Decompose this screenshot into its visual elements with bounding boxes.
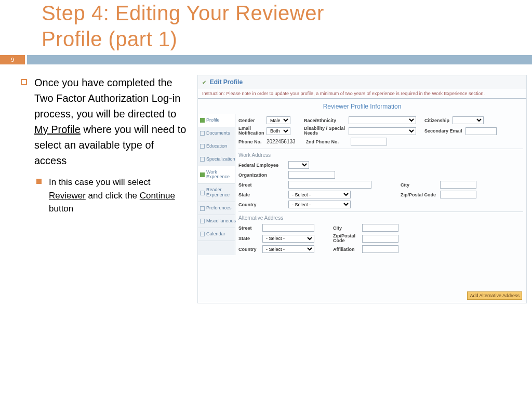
aa-zip-input[interactable] bbox=[362, 235, 398, 243]
phone2-label: 2nd Phone No. bbox=[306, 139, 348, 144]
sidebar-item-preferences[interactable]: Preferences bbox=[198, 202, 235, 215]
aa-street-label: Street bbox=[238, 225, 259, 231]
sidebar-item-profile[interactable]: Profile bbox=[198, 114, 235, 127]
disability-label: Disability / Special Needs bbox=[304, 126, 345, 136]
phone-value: 2022456133 bbox=[267, 139, 303, 144]
wa-state-label: State bbox=[238, 192, 285, 197]
add-alternative-address-button[interactable]: Add Alternative Address bbox=[467, 291, 522, 300]
bullet-1: Once you have completed the Two Factor A… bbox=[34, 75, 187, 168]
sidebar-item-specialization[interactable]: Specialization bbox=[198, 153, 235, 166]
wa-country-label: Country bbox=[238, 202, 285, 207]
sidebar-item-work-experience[interactable]: Work Experience bbox=[198, 166, 235, 184]
sidebar-item-documents[interactable]: Documents bbox=[198, 127, 235, 140]
phone2-input[interactable] bbox=[351, 138, 387, 145]
phone-label: Phone No. bbox=[238, 139, 263, 144]
wa-city-label: City bbox=[401, 182, 437, 188]
wa-city-input[interactable] bbox=[440, 181, 476, 189]
check-icon: ✔ bbox=[202, 79, 206, 85]
wa-street-input[interactable] bbox=[288, 181, 371, 189]
aa-zip-label: Zip/Postal Code bbox=[333, 234, 359, 243]
alt-address-heading: Alternative Address bbox=[238, 211, 523, 223]
aa-country-select[interactable]: - Select - bbox=[262, 245, 314, 253]
instruction-text: Instruction: Please note in order to upd… bbox=[198, 89, 526, 99]
wa-street-label: Street bbox=[238, 182, 285, 188]
email-notif-label: Email Notification bbox=[238, 126, 263, 136]
aa-street-input[interactable] bbox=[262, 224, 314, 232]
bullet-list: Once you have completed the Two Factor A… bbox=[21, 75, 187, 303]
secondary-email-label: Secondary Email bbox=[424, 129, 462, 134]
citizenship-label: Citizenship bbox=[424, 118, 449, 123]
aa-state-select[interactable]: - Select - bbox=[262, 235, 314, 243]
gender-label: Gender bbox=[238, 118, 263, 123]
gender-select[interactable]: Male bbox=[267, 116, 290, 124]
sidebar-item-calendar[interactable]: Calendar bbox=[198, 228, 235, 241]
aa-affiliation-label: Affiliation bbox=[333, 247, 359, 252]
section-title: Reviewer Profile Information bbox=[198, 99, 526, 114]
work-address-heading: Work Address bbox=[238, 149, 523, 160]
aa-city-label: City bbox=[333, 225, 359, 231]
disability-select[interactable] bbox=[349, 127, 416, 135]
sidebar-item-miscellaneous[interactable]: Miscellaneous bbox=[198, 215, 235, 228]
edit-profile-screenshot: ✔ Edit Profile Instruction: Please note … bbox=[197, 75, 527, 303]
wa-zip-label: Zip/Postal Code bbox=[401, 192, 437, 197]
aa-state-label: State bbox=[238, 236, 259, 241]
organization-input[interactable] bbox=[288, 171, 335, 179]
aa-country-label: Country bbox=[238, 247, 259, 252]
race-label: Race/Ethnicity bbox=[304, 118, 345, 123]
sidebar-item-reader-experience[interactable]: Reader Experience bbox=[198, 184, 235, 202]
slide-title: Step 4: Editing Your Reviewer Profile (p… bbox=[0, 0, 532, 52]
page-number: 9 bbox=[0, 55, 25, 64]
wa-country-select[interactable]: - Select - bbox=[288, 201, 351, 208]
wa-state-select[interactable]: - Select - bbox=[288, 191, 351, 198]
profile-form: Gender Male Race/Ethnicity Citizenship E… bbox=[235, 114, 526, 255]
wa-zip-input[interactable] bbox=[440, 191, 476, 198]
bullet-icon bbox=[21, 79, 27, 85]
organization-label: Organization bbox=[238, 172, 285, 178]
bullet-icon bbox=[36, 179, 42, 184]
profile-sidebar: Profile Documents Education Specializati… bbox=[198, 114, 235, 255]
bullet-2: In this case you will select Reviewer an… bbox=[49, 176, 187, 216]
race-select[interactable] bbox=[349, 116, 416, 124]
federal-employee-label: Federal Employee bbox=[238, 163, 285, 168]
aa-affiliation-input[interactable] bbox=[362, 245, 398, 253]
sidebar-item-education[interactable]: Education bbox=[198, 140, 235, 153]
federal-employee-select[interactable] bbox=[288, 161, 309, 169]
citizenship-select[interactable] bbox=[453, 116, 484, 124]
panel-heading: Edit Profile bbox=[210, 78, 243, 86]
accent-bar: 9 bbox=[0, 55, 532, 64]
aa-city-input[interactable] bbox=[362, 224, 398, 232]
secondary-email-input[interactable] bbox=[466, 127, 497, 135]
email-notif-select[interactable]: Both bbox=[267, 127, 290, 135]
